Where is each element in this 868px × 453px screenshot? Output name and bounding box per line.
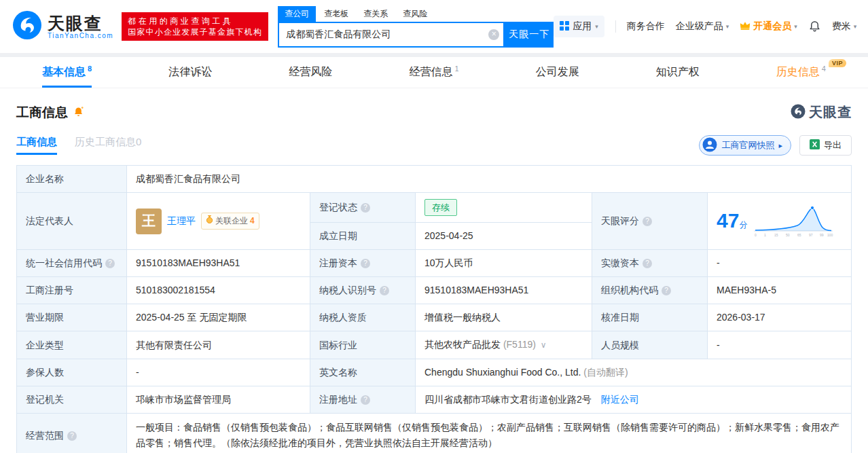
nav-apps-label: 应用 [573, 20, 592, 33]
official-snapshot-button[interactable]: 工商官网快照 ▸ [699, 135, 791, 156]
watermark-logo-icon [791, 104, 806, 122]
monitor-bell-icon[interactable] [73, 105, 84, 120]
business-registration-table: 企业名称 成都蜀香汇食品有限公司 法定代表人 王 王理平 [16, 165, 852, 453]
crown-icon [740, 21, 751, 32]
nav-user[interactable]: 费米 ▾ [832, 20, 857, 33]
help-icon[interactable]: ? [380, 286, 389, 295]
credit-code-value: 91510183MAEH93HA51 [127, 250, 310, 277]
help-icon[interactable]: ? [361, 395, 370, 405]
field-label: 营业期限 [17, 304, 127, 331]
search-tabs: 查公司 查老板 查关系 查风险 [278, 6, 554, 22]
staff-size-value: - [708, 331, 852, 359]
header-divider [615, 20, 616, 33]
help-icon[interactable]: ? [643, 217, 652, 226]
clear-search-icon[interactable]: × [488, 29, 499, 40]
caret-down-icon: ▾ [595, 23, 598, 30]
table-row: 参保人数 - 英文名称 Chengdu Shuxianghui Food Co.… [17, 359, 852, 386]
tab-intellectual-property[interactable]: 知识产权 [656, 57, 700, 88]
apps-grid-icon [560, 21, 569, 33]
slogan-badge: 都在用的商业查询工具 国家中小企业发展子基金旗下机构 [122, 12, 268, 41]
nav-cooperation[interactable]: 商务合作 [627, 20, 665, 33]
score-unit: 分 [739, 220, 747, 230]
nav-apps[interactable]: 应用 ▾ [554, 16, 604, 37]
tab-company-development[interactable]: 公司发展 [536, 57, 579, 88]
taxpayer-quality-value: 增值税一般纳税人 [416, 304, 592, 331]
legal-rep-avatar[interactable]: 王 [136, 209, 162, 234]
reg-status-value: 存续 [416, 193, 592, 223]
export-button[interactable]: 导出 [799, 135, 852, 156]
related-companies-label: 关联企业 [215, 214, 248, 228]
company-type-value: 其他有限责任公司 [127, 331, 310, 359]
help-icon[interactable]: ? [643, 259, 652, 268]
field-label: 统一社会信用代码? [17, 250, 127, 277]
svg-text:50: 50 [786, 233, 790, 237]
reg-address-value: 四川省成都市邛崃市文君街道创业路2号 附近公司 [416, 386, 852, 414]
search-input[interactable] [278, 22, 505, 48]
field-label: 实缴资本? [592, 250, 708, 277]
field-label: 纳税人识别号? [310, 277, 416, 304]
field-label: 参保人数 [17, 359, 127, 386]
reg-capital-value: 10万人民币 [416, 250, 592, 277]
svg-text:100: 100 [827, 233, 833, 237]
caret-down-icon: ▾ [726, 23, 729, 30]
subtab-business-registration[interactable]: 工商信息 [16, 136, 57, 155]
company-tab-bar: 基本信息 8 法律诉讼 经营风险 经营信息 1 公司发展 知识产权 历史信息 4… [0, 57, 868, 88]
notification-bell-icon[interactable] [808, 19, 821, 34]
legal-rep-name-link[interactable]: 王理平 [167, 214, 196, 228]
insured-count-value: - [127, 359, 310, 386]
help-icon[interactable]: ? [105, 259, 115, 268]
related-companies-badge[interactable]: 关联企业 4 [201, 213, 259, 230]
table-row: 企业名称 成都蜀香汇食品有限公司 [17, 166, 852, 193]
tab-basic-info[interactable]: 基本信息 8 [42, 57, 92, 88]
nav-vip[interactable]: 开通会员 ▾ [740, 20, 797, 33]
score-distribution-chart: 0 1 15 50 65 97 99 100 [753, 201, 834, 242]
field-label: 法定代表人 [17, 193, 127, 250]
industry-value: 其他农牧产品批发 (F5119) ∨ [416, 331, 592, 359]
search-tab-company[interactable]: 查公司 [278, 6, 316, 22]
medal-icon [206, 214, 213, 228]
nav-vip-label: 开通会员 [753, 20, 791, 33]
brand-domain: TianYanCha.com [48, 32, 113, 39]
nav-enterprise-products[interactable]: 企业级产品 ▾ [676, 20, 729, 33]
tianyancha-logo[interactable]: 天眼查 TianYanCha.com [12, 10, 113, 43]
table-row: 营业期限 2025-04-25 至 无固定期限 纳税人资质 增值税一般纳税人 核… [17, 304, 852, 331]
search-tab-boss[interactable]: 查老板 [317, 6, 355, 22]
industry-code: (F5119) [503, 339, 536, 350]
caret-down-icon: ▾ [854, 23, 857, 30]
excel-icon [810, 139, 820, 151]
business-scope-value: 一般项目：食品销售（仅销售预包装食品）；食品互联网销售（仅销售预包装食品）；农副… [127, 414, 852, 453]
caret-down-icon: ▾ [794, 23, 797, 30]
subtab-history-registration[interactable]: 历史工商信息0 [75, 136, 141, 155]
tab-label: 基本信息 [42, 65, 86, 79]
business-term-value: 2025-04-25 至 无固定期限 [127, 304, 310, 331]
tab-count: 4 [822, 65, 826, 73]
watermark-logo: 天眼查 [791, 103, 852, 122]
header-nav: 应用 ▾ 商务合作 企业级产品 ▾ 开通会员 ▾ 费米 ▾ [554, 16, 856, 37]
tab-history-info[interactable]: 历史信息 4 VIP [776, 57, 826, 88]
help-icon[interactable]: ? [361, 259, 370, 268]
tab-label: 知识产权 [656, 65, 700, 79]
help-icon[interactable]: ? [361, 203, 370, 213]
help-icon[interactable]: ? [67, 431, 77, 441]
help-icon[interactable]: ? [662, 286, 671, 295]
chevron-down-icon[interactable]: ∨ [541, 340, 547, 350]
tab-count: 1 [454, 65, 458, 73]
tianyancha-logo-icon [12, 10, 42, 43]
field-label: 注册资本? [310, 250, 416, 277]
field-label: 英文名称 [310, 359, 416, 386]
search-tab-risk[interactable]: 查风险 [396, 6, 434, 22]
tab-business-info[interactable]: 经营信息 1 [409, 57, 458, 88]
score-cell[interactable]: 47分 0 1 15 50 65 97 [708, 193, 852, 250]
search-tab-relation[interactable]: 查关系 [357, 6, 395, 22]
slogan-line2: 国家中小企业发展子基金旗下机构 [128, 26, 262, 37]
svg-text:15: 15 [774, 233, 778, 237]
tab-legal-proceedings[interactable]: 法律诉讼 [168, 57, 212, 88]
nav-user-label: 费米 [832, 20, 851, 33]
taxpayer-id-value: 91510183MAEH93HA51 [416, 277, 592, 304]
nearby-companies-link[interactable]: 附近公司 [601, 394, 639, 405]
subtab-history-count: 0 [136, 136, 141, 147]
tab-label: 法律诉讼 [168, 65, 212, 79]
tab-label: 公司发展 [536, 65, 579, 79]
tab-operational-risk[interactable]: 经营风险 [289, 57, 332, 88]
search-button[interactable]: 天眼一下 [505, 22, 554, 48]
